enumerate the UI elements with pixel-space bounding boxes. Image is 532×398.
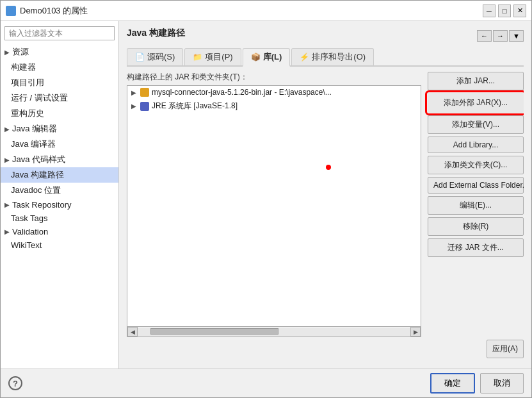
sidebar-item-label: 项目引用: [11, 78, 44, 87]
sidebar-item-resources[interactable]: ▶ 资源: [1, 44, 118, 60]
add-jar-button[interactable]: 添加 JAR...: [428, 72, 524, 90]
sidebar-item-label: Task Repository: [12, 200, 71, 210]
main-window: Demo0103 的属性 ─ □ ✕ ▶ 资源 构建器 项目引用 运行 / 调试…: [0, 0, 532, 398]
sidebar-item-label: Java 编辑器: [12, 123, 57, 135]
sidebar-item-label: Java 构建路径: [11, 170, 64, 179]
add-external-jar-button[interactable]: 添加外部 JAR(X)...: [428, 93, 524, 113]
jar-item-label: JRE 系统库 [JavaSE-1.8]: [152, 101, 238, 112]
sidebar-item-label: Java 代码样式: [12, 154, 65, 165]
tab-libraries[interactable]: 📦 库(L): [243, 48, 291, 67]
sidebar-item-java-code-style[interactable]: ▶ Java 代码样式: [1, 152, 118, 167]
sidebar-item-label: Javadoc 位置: [11, 185, 61, 195]
sidebar-item-label: Validation: [12, 227, 48, 236]
footer: ? 确定 取消: [1, 369, 531, 397]
title-bar: Demo0103 的属性 ─ □ ✕: [1, 1, 531, 21]
sidebar: ▶ 资源 构建器 项目引用 运行 / 调试设置 重构历史 ▶ Java 编辑器 …: [1, 21, 119, 369]
nav-forward-button[interactable]: →: [493, 30, 508, 42]
sidebar-item-java-build-path[interactable]: Java 构建路径: [1, 167, 118, 183]
main-content: ▶ 资源 构建器 项目引用 运行 / 调试设置 重构历史 ▶ Java 编辑器 …: [1, 21, 531, 369]
maximize-button[interactable]: □: [498, 4, 511, 17]
projects-tab-icon: 📁: [193, 53, 202, 62]
jar-file-icon: [140, 88, 149, 97]
source-tab-icon: 📄: [135, 53, 145, 62]
title-bar-left: Demo0103 的属性: [6, 5, 88, 17]
right-panel: Java 构建路径 ← → ▼ 📄 源码(S) 📁 项目(P) �: [119, 21, 531, 369]
sidebar-item-project-refs[interactable]: 项目引用: [1, 75, 118, 90]
scrollbar-thumb[interactable]: [150, 328, 278, 335]
libraries-tab-icon: 📦: [251, 53, 261, 62]
horizontal-scrollbar[interactable]: ◀ ▶: [127, 327, 421, 337]
apply-area: 应用(A): [127, 337, 524, 362]
jar-list[interactable]: ▶ mysql-connector-java-5.1.26-bin.jar - …: [127, 85, 421, 327]
jar-item-mysql[interactable]: ▶ mysql-connector-java-5.1.26-bin.jar - …: [127, 86, 421, 99]
minimize-button[interactable]: ─: [483, 4, 496, 17]
close-button[interactable]: ✕: [513, 4, 526, 17]
jar-item-jre[interactable]: ▶ JRE 系统库 [JavaSE-1.8]: [127, 99, 421, 113]
content-area: 构建路径上的 JAR 和类文件夹(T)： ▶ mysql-connector-j…: [127, 72, 524, 337]
jar-list-wrapper: ▶ mysql-connector-java-5.1.26-bin.jar - …: [127, 85, 421, 337]
sidebar-item-builder[interactable]: 构建器: [1, 60, 118, 75]
apply-button[interactable]: 应用(A): [487, 340, 524, 358]
sidebar-item-label: 构建器: [11, 62, 36, 72]
jre-icon: [140, 102, 149, 111]
footer-left: ?: [8, 376, 430, 390]
sidebar-item-java-editor[interactable]: ▶ Java 编辑器: [1, 121, 118, 137]
title-controls: ─ □ ✕: [483, 4, 526, 17]
sidebar-item-java-compiler[interactable]: Java 编译器: [1, 137, 118, 152]
filter-input[interactable]: [4, 26, 115, 40]
add-variable-button[interactable]: 添加变量(V)...: [428, 115, 524, 134]
confirm-button[interactable]: 确定: [430, 373, 475, 394]
expand-arrow-icon: ▶: [4, 201, 10, 208]
scrollbar-track[interactable]: [138, 328, 410, 336]
sidebar-item-refactor-history[interactable]: 重构历史: [1, 106, 118, 121]
jar-label: 构建路径上的 JAR 和类文件夹(T)：: [127, 72, 421, 83]
footer-buttons: 确定 取消: [430, 373, 524, 394]
item-expand-icon: ▶: [131, 89, 136, 96]
tab-projects-label: 项目(P): [205, 51, 232, 63]
sidebar-item-wikitext[interactable]: WikiText: [1, 238, 118, 252]
expand-arrow-icon: ▶: [4, 228, 10, 235]
expand-arrow-icon: ▶: [4, 156, 10, 163]
sidebar-item-task-tags[interactable]: Task Tags: [1, 211, 118, 225]
sidebar-item-label: 资源: [12, 46, 29, 58]
add-library-button[interactable]: Add Library...: [428, 137, 524, 153]
help-button[interactable]: ?: [8, 376, 22, 390]
edit-button[interactable]: 编辑(E)...: [428, 196, 524, 215]
order-tab-icon: ⚡: [300, 53, 309, 62]
nav-dropdown-button[interactable]: ▼: [509, 30, 524, 42]
migrate-jar-button[interactable]: 迁移 JAR 文件...: [428, 238, 524, 257]
panel-title: Java 构建路径: [127, 28, 185, 39]
jar-item-label: mysql-connector-java-5.1.26-bin.jar - E:…: [152, 88, 332, 97]
add-external-class-folder-button[interactable]: Add External Class Folder...: [428, 177, 524, 194]
nav-arrows: ← → ▼: [477, 30, 524, 42]
nav-back-button[interactable]: ←: [477, 30, 492, 42]
expand-arrow-icon: ▶: [4, 49, 10, 56]
sidebar-item-label: Java 编译器: [11, 139, 56, 149]
scroll-left-arrow[interactable]: ◀: [127, 327, 138, 336]
add-class-folder-button[interactable]: 添加类文件夹(C)...: [428, 156, 524, 174]
sidebar-item-run-debug[interactable]: 运行 / 调试设置: [1, 90, 118, 106]
item-expand-icon: ▶: [131, 103, 136, 110]
scroll-right-arrow[interactable]: ▶: [410, 327, 421, 336]
tab-source[interactable]: 📄 源码(S): [127, 48, 183, 65]
tab-libraries-label: 库(L): [263, 51, 282, 63]
expand-arrow-icon: ▶: [4, 126, 10, 133]
tab-order-label: 排序和导出(O): [312, 51, 366, 63]
window-title: Demo0103 的属性: [20, 5, 88, 17]
sidebar-item-validation[interactable]: ▶ Validation: [1, 225, 118, 238]
panel-header-row: Java 构建路径 ← → ▼: [127, 28, 524, 44]
sidebar-item-label: Task Tags: [11, 213, 48, 223]
cancel-button[interactable]: 取消: [480, 373, 524, 394]
window-icon: [6, 6, 16, 16]
sidebar-item-task-repository[interactable]: ▶ Task Repository: [1, 198, 118, 211]
sidebar-item-label: WikiText: [11, 240, 42, 250]
sidebar-item-javadoc[interactable]: Javadoc 位置: [1, 183, 118, 198]
red-dot-indicator: [326, 165, 331, 170]
tabs-bar: 📄 源码(S) 📁 项目(P) 📦 库(L) ⚡ 排序和导出(O): [127, 48, 524, 67]
tab-projects[interactable]: 📁 项目(P): [184, 48, 241, 65]
sidebar-item-label: 运行 / 调试设置: [11, 93, 68, 103]
buttons-panel: 添加 JAR... 添加外部 JAR(X)... 添加变量(V)... Add …: [428, 72, 524, 337]
tab-source-label: 源码(S): [147, 51, 175, 63]
remove-button[interactable]: 移除(R): [428, 217, 524, 236]
tab-order-export[interactable]: ⚡ 排序和导出(O): [291, 48, 374, 65]
